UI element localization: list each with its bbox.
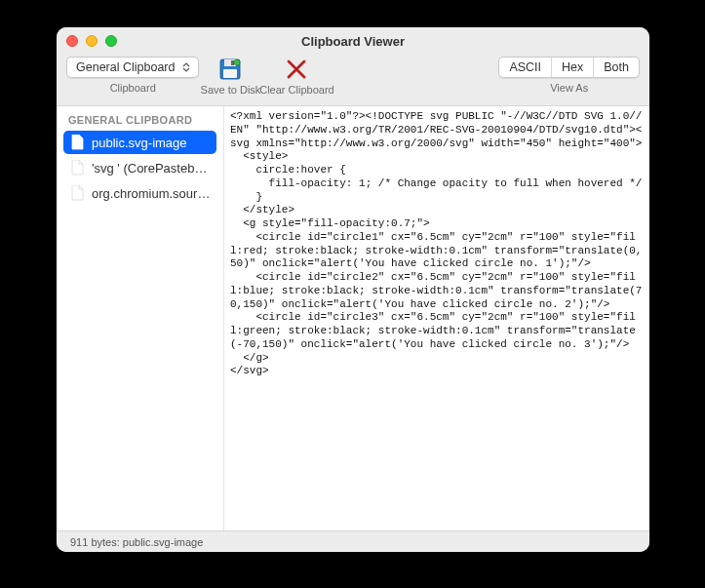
clear-clipboard-label: Clear Clipboard	[259, 84, 333, 96]
save-to-disk-button[interactable]	[217, 57, 243, 82]
sidebar-item-label: 'svg ' (CorePastebo…	[92, 161, 211, 176]
view-as-hex[interactable]: Hex	[551, 58, 593, 77]
x-icon	[286, 59, 307, 80]
clear-clipboard-group: Clear Clipboard	[261, 57, 332, 96]
window-body: GENERAL CLIPBOARD public.svg-image 'svg …	[57, 105, 649, 530]
status-text: 911 bytes: public.svg-image	[70, 536, 203, 548]
file-icon	[69, 135, 85, 150]
status-bar: 911 bytes: public.svg-image	[57, 530, 649, 552]
svg-rect-2	[231, 60, 234, 65]
toolbar: General Clipboard Clipboard Save to Disk	[57, 55, 649, 105]
svg-rect-3	[223, 69, 237, 78]
view-as-segmented: ASCII Hex Both	[498, 57, 640, 78]
sidebar-section-header: GENERAL CLIPBOARD	[57, 110, 223, 130]
save-to-disk-label: Save to Disk	[201, 84, 261, 96]
app-window: Clipboard Viewer General Clipboard Clipb…	[57, 27, 649, 552]
view-as-group: ASCII Hex Both View As	[498, 57, 640, 94]
view-as-both[interactable]: Both	[593, 58, 639, 77]
close-window-button[interactable]	[66, 35, 78, 47]
sidebar-item-label: public.svg-image	[92, 136, 187, 150]
floppy-disk-icon	[217, 58, 243, 81]
save-to-disk-group: Save to Disk	[213, 57, 248, 96]
minimize-window-button[interactable]	[86, 35, 98, 47]
file-icon	[69, 185, 85, 201]
sidebar-item-svg-corepastebo[interactable]: 'svg ' (CorePastebo…	[63, 156, 216, 179]
content-text-area[interactable]: <?xml version="1.0"?><!DOCTYPE svg PUBLI…	[224, 106, 649, 530]
view-as-ascii[interactable]: ASCII	[499, 58, 551, 77]
updown-chevron-icon	[180, 60, 192, 74]
zoom-window-button[interactable]	[105, 35, 117, 47]
sidebar: GENERAL CLIPBOARD public.svg-image 'svg …	[57, 106, 224, 530]
sidebar-item-label: org.chromium.sourc…	[92, 186, 211, 201]
clipboard-select-value: General Clipboard	[76, 60, 175, 74]
clear-clipboard-button[interactable]	[286, 57, 307, 82]
clipboard-select-label: Clipboard	[110, 82, 156, 94]
clipboard-select-group: General Clipboard Clipboard	[66, 57, 199, 94]
clipboard-select[interactable]: General Clipboard	[66, 57, 199, 78]
svg-point-4	[234, 59, 240, 65]
traffic-lights	[66, 35, 117, 47]
sidebar-item-public-svg-image[interactable]: public.svg-image	[63, 131, 216, 154]
titlebar: Clipboard Viewer	[57, 27, 649, 55]
window-title: Clipboard Viewer	[57, 34, 649, 49]
file-icon	[69, 160, 85, 176]
view-as-label: View As	[550, 82, 588, 94]
sidebar-item-org-chromium-source[interactable]: org.chromium.sourc…	[63, 181, 216, 205]
